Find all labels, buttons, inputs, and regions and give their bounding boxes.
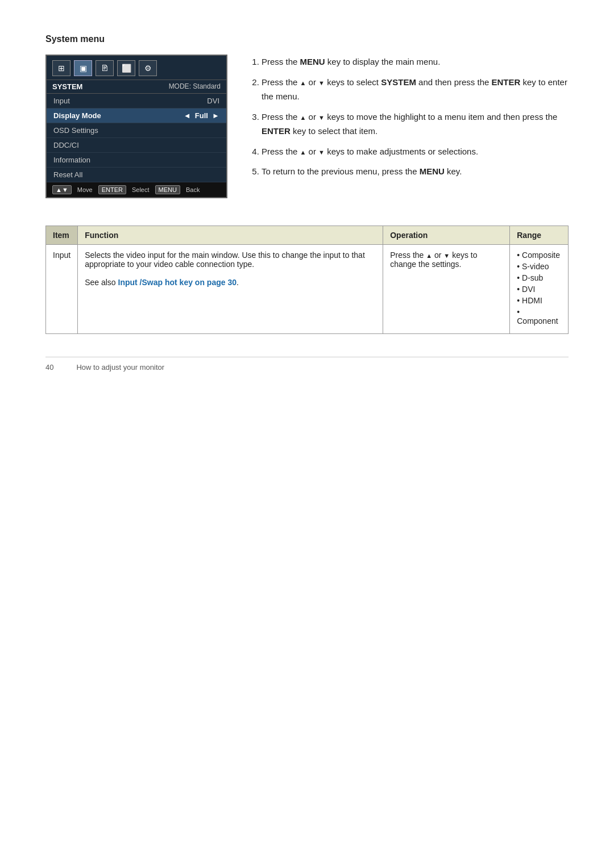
arrow-up-op <box>426 251 432 260</box>
instruction-5: To return to the previous menu, press th… <box>262 164 569 179</box>
arrow-up-3 <box>300 112 306 122</box>
table-row: Input Selects the video input for the ma… <box>46 245 569 334</box>
arrow-down-2 <box>318 77 325 87</box>
footer-page: 40 <box>45 363 53 372</box>
input-swap-link[interactable]: Input /Swap hot key on page 30 <box>118 278 237 287</box>
osd-row-info-label: Information <box>53 156 90 164</box>
key-system: SYSTEM <box>381 77 416 87</box>
osd-header: SYSTEM MODE: Standard <box>47 80 226 94</box>
arrow-down-op <box>443 251 450 260</box>
col-range: Range <box>510 226 569 245</box>
osd-row-information: Information <box>47 153 226 168</box>
osd-row-input: Input DVI <box>47 94 226 108</box>
osd-key-enter: ENTER <box>98 185 126 194</box>
instruction-2: Press the or keys to select SYSTEM and t… <box>262 75 569 104</box>
key-menu-1: MENU <box>300 57 325 66</box>
function-see-also: See also Input /Swap hot key on page 30. <box>85 278 239 287</box>
osd-row-reset: Reset All <box>47 168 226 182</box>
cell-operation: Press the or keys to change the settings… <box>383 245 510 334</box>
osd-select-label: Select <box>132 186 150 193</box>
footer-text: How to adjust your monitor <box>76 363 164 372</box>
osd-row-display-label: Display Mode <box>53 111 101 120</box>
instruction-4: Press the or keys to make adjustments or… <box>262 144 569 159</box>
range-hdmi: HDMI <box>517 296 561 305</box>
osd-icons-row: ⊞ ▣ 🖹 ⬜ ⚙ <box>47 56 226 80</box>
col-function: Function <box>78 226 383 245</box>
range-dvi: DVI <box>517 285 561 294</box>
cell-function: Selects the video input for the main win… <box>78 245 383 334</box>
key-enter-3: ENTER <box>262 126 291 136</box>
osd-row-display-value: ◄ Full ► <box>184 111 219 120</box>
range-component: Component <box>517 307 561 326</box>
top-section: ⊞ ▣ 🖹 ⬜ ⚙ SYSTEM MODE: Standard Input DV… <box>45 55 569 198</box>
osd-icon-3: 🖹 <box>96 60 114 76</box>
arrow-up-4 <box>300 147 306 156</box>
instructions-section: Press the MENU key to display the main m… <box>250 55 569 198</box>
instruction-1: Press the MENU key to display the main m… <box>262 55 569 69</box>
osd-mode: MODE: Standard <box>169 82 221 91</box>
osd-icon-5: ⚙ <box>139 60 157 76</box>
osd-row-display-mode: Display Mode ◄ Full ► <box>47 108 226 123</box>
col-operation: Operation <box>383 226 510 245</box>
osd-menu: ⊞ ▣ 🖹 ⬜ ⚙ SYSTEM MODE: Standard Input DV… <box>45 55 227 198</box>
arrow-down-4 <box>318 147 325 156</box>
section-title: System menu <box>45 34 569 44</box>
range-dsub: D-sub <box>517 273 561 282</box>
key-enter-2: ENTER <box>492 77 521 87</box>
footer: 40 How to adjust your monitor <box>45 357 569 372</box>
osd-title: SYSTEM <box>52 82 82 91</box>
function-desc: Selects the video input for the main win… <box>85 251 365 269</box>
range-svideo: S-video <box>517 262 561 271</box>
table-header-row: Item Function Operation Range <box>46 226 569 245</box>
instructions-list: Press the MENU key to display the main m… <box>250 55 569 179</box>
arrow-up-2 <box>300 77 306 87</box>
instruction-3: Press the or keys to move the highlight … <box>262 110 569 139</box>
key-menu-5: MENU <box>420 166 445 176</box>
col-item: Item <box>46 226 78 245</box>
osd-row-osd-label: OSD Settings <box>53 126 98 135</box>
osd-row-reset-label: Reset All <box>53 170 82 179</box>
cell-item: Input <box>46 245 78 334</box>
osd-back-label: Back <box>186 186 200 193</box>
cell-range: Composite S-video D-sub DVI HDMI Compone… <box>510 245 569 334</box>
osd-icon-2: ▣ <box>74 60 92 76</box>
osd-icon-4: ⬜ <box>117 60 135 76</box>
osd-move-label: Move <box>77 186 93 193</box>
osd-row-ddc-label: DDC/CI <box>53 141 79 149</box>
osd-footer: ▲▼ Move ENTER Select MENU Back <box>47 182 226 197</box>
page-content: System menu ⊞ ▣ 🖹 ⬜ ⚙ SYSTEM MODE: Stand… <box>45 34 569 372</box>
osd-row-input-label: Input <box>53 97 70 105</box>
range-composite: Composite <box>517 251 561 260</box>
osd-key-menu: MENU <box>155 185 180 194</box>
osd-row-ddc: DDC/CI <box>47 138 226 153</box>
settings-table: Item Function Operation Range Input Sele… <box>45 226 569 334</box>
osd-key-move: ▲▼ <box>52 185 72 194</box>
osd-row-osd-settings: OSD Settings <box>47 123 226 138</box>
arrow-down-3 <box>318 112 325 122</box>
osd-icon-1: ⊞ <box>52 60 70 76</box>
osd-row-input-value: DVI <box>207 97 219 105</box>
